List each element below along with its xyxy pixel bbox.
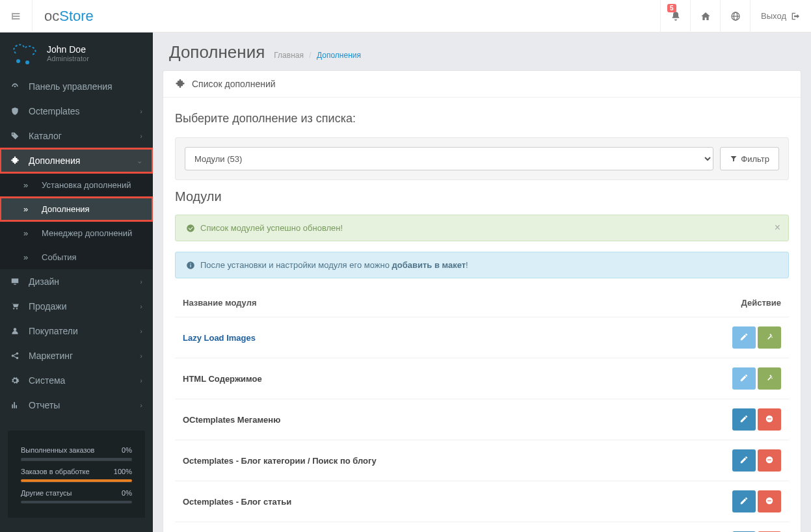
edit-button[interactable] bbox=[732, 408, 756, 431]
sidebar-subitem-modifications[interactable]: » Менеджер дополнений bbox=[0, 221, 153, 245]
svg-point-3 bbox=[25, 60, 29, 64]
module-name-cell: Lazy Load Images bbox=[175, 317, 648, 358]
logo[interactable]: ocStore bbox=[33, 8, 105, 25]
edit-button[interactable] bbox=[732, 449, 756, 472]
table-row: Octemplates - Быстрое оформление заказа … bbox=[175, 522, 789, 533]
menu-icon bbox=[11, 11, 21, 21]
stat-row: Заказов в обработке 100% bbox=[21, 460, 132, 477]
page-title: Дополнения bbox=[169, 42, 265, 62]
notifications-button[interactable]: 5 bbox=[660, 0, 690, 33]
sidebar-item-label: Покупатели bbox=[29, 326, 78, 336]
svg-rect-14 bbox=[767, 500, 771, 501]
tag-icon bbox=[10, 131, 22, 140]
sidebar-item-label: Дизайн bbox=[29, 276, 59, 287]
breadcrumb-separator: / bbox=[309, 51, 311, 60]
extensions-panel: Список дополнений Выберите дополнение из… bbox=[163, 70, 801, 532]
panel-body: Выберите дополнение из списка: Модули (5… bbox=[163, 98, 801, 532]
help-button[interactable] bbox=[720, 0, 750, 33]
sidebar-item-catalog[interactable]: Каталог › bbox=[0, 124, 153, 148]
edit-button[interactable] bbox=[732, 326, 756, 349]
home-button[interactable] bbox=[690, 0, 720, 33]
breadcrumb-current[interactable]: Дополнения bbox=[317, 51, 361, 60]
shield-icon bbox=[10, 107, 22, 116]
sidebar-item-octemplates[interactable]: Octemplates › bbox=[0, 99, 153, 124]
sidebar-item-label: Octemplates bbox=[29, 106, 80, 116]
sidebar-item-dashboard[interactable]: Панель управления bbox=[0, 74, 153, 99]
col-header-name: Название модуля bbox=[175, 289, 648, 317]
uninstall-button[interactable] bbox=[758, 449, 781, 472]
sidebar-item-label: Отчеты bbox=[29, 400, 60, 410]
stat-label: Выполненных заказов bbox=[21, 446, 94, 454]
cart-icon bbox=[10, 302, 22, 311]
uninstall-button[interactable] bbox=[758, 408, 781, 431]
sidebar-item-marketing[interactable]: Маркетинг › bbox=[0, 343, 153, 368]
success-alert: Список модулей успешно обновлен! × bbox=[175, 215, 789, 241]
module-link[interactable]: Lazy Load Images bbox=[183, 333, 256, 343]
chart-icon bbox=[10, 401, 22, 410]
double-chevron-icon: » bbox=[23, 180, 35, 190]
header-right: 5 Выход bbox=[660, 0, 811, 33]
filter-button[interactable]: Фильтр bbox=[720, 147, 779, 170]
module-name: Octemplates - Блог категории / Поиск по … bbox=[183, 456, 377, 466]
filter-row: Модули (53) Фильтр bbox=[185, 147, 779, 170]
chevron-right-icon: › bbox=[140, 327, 142, 335]
user-profile[interactable]: John Doe Administrator bbox=[0, 33, 153, 74]
install-button[interactable] bbox=[758, 367, 781, 390]
sidebar-item-extensions[interactable]: Дополнения ⌄ bbox=[0, 148, 153, 173]
double-chevron-icon: » bbox=[23, 252, 35, 262]
filter-label: Фильтр bbox=[741, 154, 769, 164]
filter-well: Модули (53) Фильтр bbox=[175, 137, 789, 180]
stat-label: Другие статусы bbox=[21, 489, 72, 497]
sidebar-item-sales[interactable]: Продажи › bbox=[0, 294, 153, 319]
close-alert-button[interactable]: × bbox=[775, 222, 780, 233]
share-icon bbox=[10, 351, 22, 360]
sidebar-item-system[interactable]: Система › bbox=[0, 368, 153, 393]
chevron-right-icon: › bbox=[140, 107, 142, 115]
menu-toggle-button[interactable] bbox=[0, 0, 33, 33]
extension-type-select[interactable]: Модули (53) bbox=[185, 147, 713, 170]
edit-button[interactable] bbox=[732, 367, 756, 390]
svg-rect-12 bbox=[767, 459, 771, 460]
sidebar-stats: Выполненных заказов 0% Заказов в обработ… bbox=[8, 431, 145, 518]
puzzle-icon bbox=[10, 156, 22, 165]
pencil-icon bbox=[739, 332, 749, 343]
stat-label: Заказов в обработке bbox=[21, 468, 90, 475]
avatar-icon bbox=[10, 42, 39, 65]
minus-icon bbox=[765, 414, 774, 425]
stat-row: Другие статусы 0% bbox=[21, 482, 132, 499]
module-name-cell: OCtemplates Мегаменю bbox=[175, 399, 648, 440]
action-cell bbox=[648, 522, 789, 533]
sidebar-item-label: Дополнения bbox=[42, 204, 90, 214]
sidebar: John Doe Administrator Панель управления… bbox=[0, 33, 153, 532]
user-role: Administrator bbox=[47, 55, 89, 62]
edit-button[interactable] bbox=[732, 490, 756, 512]
uninstall-button[interactable] bbox=[758, 490, 781, 512]
stat-bar bbox=[21, 501, 132, 503]
action-cell bbox=[648, 358, 789, 399]
module-name-cell: Octemplates - Быстрое оформление заказа … bbox=[175, 522, 648, 533]
globe-icon bbox=[730, 11, 741, 21]
bell-icon bbox=[671, 11, 681, 21]
sidebar-subitem-extensions[interactable]: » Дополнения bbox=[0, 197, 153, 221]
filter-icon bbox=[730, 155, 738, 163]
pencil-icon bbox=[739, 496, 749, 507]
col-header-action: Действие bbox=[648, 289, 789, 317]
sidebar-subitem-installer[interactable]: » Установка дополнений bbox=[0, 173, 153, 197]
logout-icon bbox=[790, 11, 801, 21]
logout-label: Выход bbox=[761, 11, 786, 21]
sidebar-subitem-events[interactable]: » События bbox=[0, 245, 153, 269]
sidebar-item-design[interactable]: Дизайн › bbox=[0, 269, 153, 294]
pencil-icon bbox=[739, 373, 749, 384]
desktop-icon bbox=[10, 277, 22, 286]
sidebar-item-label: Установка дополнений bbox=[42, 180, 131, 190]
sidebar-item-reports[interactable]: Отчеты › bbox=[0, 393, 153, 418]
action-cell bbox=[648, 440, 789, 481]
sidebar-item-customers[interactable]: Покупатели › bbox=[0, 319, 153, 343]
install-button[interactable] bbox=[758, 326, 781, 349]
stat-value: 100% bbox=[114, 468, 132, 475]
stat-row: Выполненных заказов 0% bbox=[21, 440, 132, 456]
breadcrumb-home[interactable]: Главная bbox=[274, 51, 304, 60]
modules-table: Название модуля Действие Lazy Load Image… bbox=[175, 289, 789, 532]
logout-button[interactable]: Выход bbox=[750, 0, 811, 33]
section-title: Модули bbox=[175, 189, 789, 204]
